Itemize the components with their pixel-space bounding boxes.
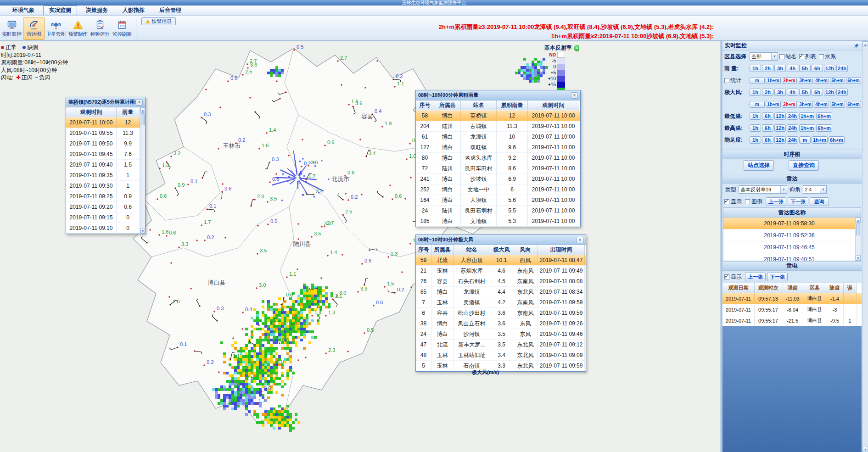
table-row[interactable]: 164博白大坝镇5.62019-07-11 10:00 bbox=[416, 195, 580, 206]
radar-image-item[interactable]: 2019-07-11 09:46:45 bbox=[723, 241, 855, 253]
tmin-12h[interactable]: 12h bbox=[774, 112, 786, 120]
scroll-up-icon[interactable]: ▲ bbox=[862, 41, 868, 47]
table-row[interactable]: 2019-07-11 09:5511.3 bbox=[66, 128, 140, 139]
wind-hour-5h[interactable]: 5h bbox=[799, 89, 811, 96]
table-row[interactable]: 61博白龙潭镇102019-07-11 10:00 bbox=[416, 132, 580, 142]
radar-list-scrollbar[interactable]: ▲ ▼ bbox=[855, 218, 861, 261]
table-row[interactable]: 2019-07-11 09:351 bbox=[66, 170, 140, 181]
rain-minute-3h+m[interactable]: 3h+m bbox=[798, 77, 813, 84]
table-row[interactable]: 2019-07-11 09:200.6 bbox=[66, 202, 140, 212]
column-header[interactable]: 观测日期 bbox=[722, 283, 755, 293]
lightning-next-button[interactable]: 下一张 bbox=[767, 273, 788, 281]
table-row[interactable]: 58博白英桥镇122019-07-11 10:00 bbox=[416, 111, 580, 121]
wind-hour-2h[interactable]: 2h bbox=[762, 89, 773, 96]
vis-1h[interactable]: 1h bbox=[750, 136, 761, 144]
rain-hour-3h[interactable]: 3h bbox=[774, 65, 786, 72]
rain-hour-24h[interactable]: 24h bbox=[836, 65, 848, 72]
column-header[interactable]: 序号 bbox=[416, 100, 434, 110]
toolbar-button-refresh[interactable]: 监控刷新 bbox=[111, 17, 133, 40]
vis-m[interactable]: m bbox=[799, 136, 811, 144]
column-header[interactable]: 区县 bbox=[803, 283, 826, 293]
rain-hour-6h[interactable]: 6h bbox=[812, 65, 823, 72]
toolbar-button-radar[interactable]: 雷达图 bbox=[23, 17, 45, 40]
zoom-in-icon[interactable]: + bbox=[574, 45, 579, 51]
rain-minute-2h+m[interactable]: 2h+m bbox=[782, 77, 797, 84]
max-wind-titlebar[interactable]: 08时~10时00分钟极大风 × bbox=[416, 235, 586, 245]
menu-tab-2[interactable]: 决策服务 bbox=[80, 6, 114, 15]
column-header[interactable]: 序号 bbox=[416, 245, 431, 255]
column-header[interactable]: 误 bbox=[844, 283, 857, 293]
table-row[interactable]: 252博白文地一中62019-07-11 10:00 bbox=[416, 184, 580, 195]
checkbox[interactable] bbox=[819, 54, 824, 59]
table-row[interactable]: 72陆川良田车田村8.62019-07-11 10:00 bbox=[416, 163, 580, 174]
warning-info-tab[interactable]: 预警信息 bbox=[141, 17, 176, 25]
scroll-down-icon[interactable]: ▼ bbox=[862, 446, 868, 452]
table-row[interactable]: 76容县石头石剑村4.5东南风2019-07-11 08:08 bbox=[416, 276, 586, 287]
rain-hour-2h[interactable]: 2h bbox=[762, 65, 773, 72]
tmax-6h[interactable]: 6h bbox=[762, 124, 773, 132]
vis-24h[interactable]: 24h bbox=[787, 136, 798, 144]
table-row[interactable]: 185博白文地镇5.32019-07-11 10:00 bbox=[416, 216, 580, 227]
tmax-24h[interactable]: 24h bbox=[787, 124, 798, 132]
sidebar-scrollbar[interactable]: ▲ ▼ bbox=[862, 41, 868, 452]
timeseries-站点选择[interactable]: 站点选择 bbox=[744, 160, 774, 171]
station-rain-titlebar[interactable]: 英桥镇(N5702)逐5分钟累计雨量 × bbox=[66, 97, 145, 107]
map-area[interactable]: 1.51.42.40.40.33.01.33.33.23.51.72.51.10… bbox=[0, 41, 720, 452]
toolbar-button-satellite[interactable]: 卫星云图 bbox=[45, 17, 67, 40]
scroll-down-icon[interactable]: ▼ bbox=[140, 228, 145, 234]
column-header[interactable]: 站名 bbox=[461, 100, 497, 110]
pin-icon[interactable] bbox=[854, 43, 859, 49]
tmin-24h[interactable]: 24h bbox=[787, 112, 798, 120]
radar-next-button[interactable]: 下一张 bbox=[788, 197, 808, 206]
wind-hour-12h[interactable]: 12h bbox=[824, 89, 835, 96]
radar-image-item[interactable]: 2019-07-11 09:58:30 bbox=[723, 218, 855, 229]
column-header[interactable]: 观测时次 bbox=[755, 283, 782, 293]
rain-stat-checkbox[interactable] bbox=[724, 78, 729, 83]
wind-minute-3h+m[interactable]: 3h+m bbox=[798, 101, 813, 108]
tmax-1h[interactable]: 1h bbox=[750, 124, 761, 132]
wind-minute-5h+m[interactable]: 5h+m bbox=[830, 101, 845, 108]
chevron-down-icon[interactable]: ▼ bbox=[771, 53, 778, 60]
wind-hour-3h[interactable]: 3h bbox=[774, 89, 786, 96]
tmin-6h+m[interactable]: 6h+m bbox=[816, 112, 832, 120]
radar-prev-button[interactable]: 上一张 bbox=[766, 197, 786, 206]
table-row[interactable]: 2019-07-11 09:401.5 bbox=[66, 160, 140, 170]
vis-6h[interactable]: 6h bbox=[762, 136, 773, 144]
table-row[interactable]: 2019-07-11 09:150 bbox=[66, 212, 140, 223]
close-icon[interactable]: × bbox=[571, 92, 578, 99]
table-row[interactable]: 2019-07-11 10:0012 bbox=[66, 117, 140, 128]
table-row[interactable]: 47北流新丰大罗...3.5东北风2019-07-11 09:12 bbox=[416, 340, 586, 350]
scroll-thumb[interactable] bbox=[141, 113, 145, 125]
tmax-12h[interactable]: 12h bbox=[774, 124, 786, 132]
table-row[interactable]: 241博白沙坡镇6.92019-07-11 10:00 bbox=[416, 174, 580, 184]
vis-6h+m[interactable]: 6h+m bbox=[829, 136, 845, 144]
table-row[interactable]: 24博白沙河镇3.5东风2019-07-11 09:46 bbox=[416, 329, 586, 340]
radar-legend-checkbox[interactable] bbox=[745, 199, 750, 204]
table-row[interactable]: 7玉林卖酒镇4.2东南风2019-07-11 09:59 bbox=[416, 297, 586, 308]
table-row[interactable]: 38博白凤山立石村3.6东风2019-07-11 09:26 bbox=[416, 318, 586, 329]
wind-minute-1h+m[interactable]: 1h+m bbox=[766, 101, 781, 108]
vis-12h[interactable]: 12h bbox=[774, 136, 786, 144]
wind-minute-6h+m[interactable]: 6h+m bbox=[846, 101, 861, 108]
wind-minute-4h+m[interactable]: 4h+m bbox=[814, 101, 829, 108]
rain-sum-titlebar[interactable]: 08时~10时00分钟累积雨量 × bbox=[416, 90, 580, 100]
column-header[interactable]: 累积雨量 bbox=[497, 100, 528, 110]
table-row[interactable]: 6容县松山沙田村3.6东南风2019-07-11 09:59 bbox=[416, 308, 586, 318]
column-header[interactable]: 强度 bbox=[782, 283, 803, 293]
rain-minute-6h+m[interactable]: 6h+m bbox=[846, 77, 861, 84]
rain-minute-1h+m[interactable]: 1h+m bbox=[766, 77, 781, 84]
tmin-1h[interactable]: 1h bbox=[750, 112, 761, 120]
toolbar-button-monitor[interactable]: 实时监控 bbox=[1, 17, 22, 40]
table-row[interactable]: 2019-07-11 09:457.6 bbox=[66, 149, 140, 160]
radar-show-checkbox[interactable] bbox=[724, 199, 729, 204]
checkbox[interactable] bbox=[779, 54, 784, 59]
table-row[interactable]: 65博白龙潭镇4.4东北风2019-07-11 08:34 bbox=[416, 287, 586, 297]
wind-minute-m[interactable]: m bbox=[750, 101, 765, 108]
rain-hour-1h[interactable]: 1h bbox=[750, 65, 761, 72]
scroll-up-icon[interactable]: ▲ bbox=[140, 107, 145, 113]
table-row[interactable]: 2019-07-1109:57:13-11.03博白县-1.4 bbox=[722, 293, 862, 304]
scroll-thumb[interactable] bbox=[856, 223, 860, 235]
radar-image-item[interactable]: 2019-07-11 09:40:51 bbox=[723, 253, 855, 261]
rain-minute-4h+m[interactable]: 4h+m bbox=[814, 77, 829, 84]
menu-tab-1[interactable]: 实况监测 bbox=[43, 6, 77, 15]
